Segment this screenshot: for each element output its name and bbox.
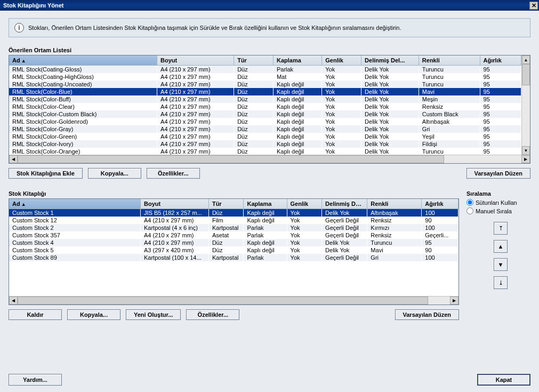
help-button[interactable]: Yardım... (9, 374, 62, 386)
cell-width: Yok (287, 209, 322, 217)
col-color[interactable]: Renkli (367, 199, 422, 209)
move-down-button[interactable]: ▼ (494, 258, 508, 271)
move-top-button[interactable]: ⤒ (494, 222, 508, 235)
col-name[interactable]: Ad▲ (9, 199, 141, 209)
scroll-thumb[interactable] (522, 64, 530, 85)
cell-weight: 95 (480, 103, 521, 110)
properties-button[interactable]: Özellikler... (186, 309, 239, 320)
table-row[interactable]: Custom Stock 12A4 (210 x 297 mm)FilmKapl… (9, 217, 458, 224)
col-width[interactable]: Genlik (322, 55, 361, 66)
copy-button[interactable]: Kopyala... (88, 168, 141, 179)
table-row[interactable]: RML Stock(Coating-Gloss)A4 (210 x 297 mm… (9, 66, 521, 74)
radio-manual-input[interactable] (466, 207, 473, 214)
cell-type: Kartpostal (208, 254, 244, 261)
cell-coating: Kaplı değil (273, 118, 321, 125)
cell-type: Düz (234, 133, 273, 140)
col-width[interactable]: Genlik (287, 199, 322, 209)
col-type[interactable]: Tür (208, 199, 244, 209)
cell-punched: Delik Yok (361, 66, 419, 74)
horizontal-scrollbar[interactable]: ◀ ▶ (9, 155, 530, 163)
col-size[interactable]: Boyut (157, 55, 234, 66)
col-coating[interactable]: Kaplama (244, 199, 287, 209)
cell-type: Düz (234, 95, 273, 103)
table-row[interactable]: Custom Stock 5A3 (297 x 420 mm)DüzKaplı … (9, 246, 458, 254)
cell-color: Mavi (367, 246, 422, 254)
radio-use-columns-input[interactable] (466, 199, 473, 206)
properties-button[interactable]: Özellikler... (147, 168, 200, 179)
cell-weight: 95 (480, 133, 521, 140)
default-layout-button[interactable]: Varsayılan Düzen (395, 309, 460, 320)
scroll-up-icon[interactable]: ▲ (522, 55, 530, 64)
horizontal-scrollbar[interactable]: ◀ ▶ (9, 296, 458, 305)
cell-coating: Kaplı değil (273, 148, 321, 155)
vertical-scrollbar[interactable]: ▲ ▼ (521, 55, 530, 155)
col-name[interactable]: Ad▲ (9, 55, 157, 66)
move-bottom-button[interactable]: ⤓ (494, 276, 508, 289)
col-weight[interactable]: Ağırlık (422, 199, 458, 209)
close-button[interactable]: Kapat (477, 374, 530, 386)
cell-type: Düz (234, 81, 273, 88)
recommended-header-row[interactable]: Ad▲ Boyut Tür Kaplama Genlik Delinmiş De… (9, 55, 521, 66)
table-row[interactable]: Custom Stock 89Kartpostal (100 x 14...Ka… (9, 254, 458, 261)
cell-coating: Kaplı değil (273, 81, 321, 88)
remove-button[interactable]: Kaldır (9, 309, 62, 320)
table-row[interactable]: RML Stock(Color-Ivory)A4 (210 x 297 mm)D… (9, 140, 521, 148)
radio-use-columns[interactable]: Sütunları Kullan (466, 199, 530, 206)
cell-coating: Parlak (244, 254, 287, 261)
col-punched[interactable]: Delinmiş Del... (361, 55, 419, 66)
col-size[interactable]: Boyut (141, 199, 209, 209)
table-row[interactable]: RML Stock(Coating-HighGloss)A4 (210 x 29… (9, 73, 521, 81)
cell-weight: 95 (422, 239, 458, 246)
table-row[interactable]: RML Stock(Color-Green)A4 (210 x 297 mm)D… (9, 133, 521, 140)
table-row[interactable]: RML Stock(Color-Blue)A4 (210 x 297 mm)Dü… (9, 88, 521, 95)
scroll-thumb[interactable] (18, 297, 428, 305)
col-weight[interactable]: Ağırlık (480, 55, 521, 66)
cell-type: Film (208, 217, 244, 224)
table-row[interactable]: Custom Stock 1JIS B5 (182 x 257 m...DüzK… (9, 209, 458, 217)
copy-button[interactable]: Kopyala... (67, 309, 120, 320)
scroll-left-icon[interactable]: ◀ (9, 297, 18, 305)
cell-size: A4 (210 x 297 mm) (141, 239, 209, 246)
table-row[interactable]: RML Stock(Coating-Uncoated)A4 (210 x 297… (9, 81, 521, 88)
table-row[interactable]: Custom Stock 357A4 (210 x 297 mm)AsetatP… (9, 231, 458, 239)
scroll-right-icon[interactable]: ▶ (450, 297, 458, 305)
col-punched[interactable]: Delinmiş Del... (322, 199, 367, 209)
default-layout-button[interactable]: Varsayılan Düzen (466, 168, 531, 179)
cell-width: Yok (322, 103, 361, 110)
col-coating[interactable]: Kaplama (273, 55, 321, 66)
table-row[interactable]: RML Stock(Color-Custom Black)A4 (210 x 2… (9, 110, 521, 118)
library-header-row[interactable]: Ad▲ Boyut Tür Kaplama Genlik Delinmiş De… (9, 199, 458, 209)
create-new-button[interactable]: Yeni Oluştur... (126, 309, 181, 320)
table-row[interactable]: RML Stock(Color-Gray)A4 (210 x 297 mm)Dü… (9, 125, 521, 133)
cell-punched: Delik Yok (361, 125, 419, 133)
scroll-left-icon[interactable]: ◀ (9, 155, 18, 163)
scroll-down-icon[interactable]: ▼ (522, 146, 530, 155)
cell-type: Düz (208, 209, 244, 217)
table-row[interactable]: RML Stock(Color-Goldenrod)A4 (210 x 297 … (9, 118, 521, 125)
cell-name: Custom Stock 357 (9, 231, 141, 239)
add-to-library-button[interactable]: Stok Kitaplığına Ekle (9, 168, 83, 179)
close-icon[interactable]: ✕ (529, 2, 538, 10)
table-row[interactable]: RML Stock(Color-Clear)A4 (210 x 297 mm)D… (9, 103, 521, 110)
cell-color: Turuncu (367, 239, 422, 246)
cell-punched: Delik Yok (322, 246, 367, 254)
cell-weight: 95 (480, 125, 521, 133)
cell-width: Yok (322, 66, 361, 74)
table-row[interactable]: RML Stock(Color-Buff)A4 (210 x 297 mm)Dü… (9, 95, 521, 103)
cell-punched: Delik Yok (361, 118, 419, 125)
table-row[interactable]: RML Stock(Color-Orange)A4 (210 x 297 mm)… (9, 148, 521, 155)
move-up-button[interactable]: ▲ (494, 240, 508, 253)
col-color[interactable]: Renkli (419, 55, 480, 66)
table-row[interactable]: Custom Stock 4A4 (210 x 297 mm)DüzKaplı … (9, 239, 458, 246)
scroll-right-icon[interactable]: ▶ (521, 155, 530, 163)
cell-type: Düz (234, 88, 273, 95)
cell-name: Custom Stock 5 (9, 246, 141, 254)
col-type[interactable]: Tür (234, 55, 273, 66)
table-row[interactable]: Custom Stock 2Kartpostal (4 x 6 inç)Kart… (9, 224, 458, 231)
cell-punched: Delik Yok (361, 81, 419, 88)
cell-color: Gri (367, 254, 422, 261)
scroll-thumb[interactable] (18, 155, 444, 163)
cell-coating: Kaplı değil (244, 209, 287, 217)
cell-color: Altınbaşak (419, 118, 480, 125)
radio-manual[interactable]: Manuel Sırala (466, 207, 530, 214)
